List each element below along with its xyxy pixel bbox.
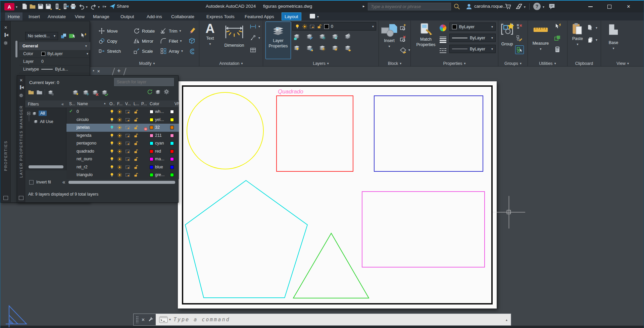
layer-row-8[interactable]: triangulo gre... <box>66 171 179 179</box>
layer-unlock-button[interactable] <box>331 44 339 51</box>
base-button[interactable]: Base ▾ <box>605 23 622 50</box>
file-tab-close-icon[interactable]: ✕ <box>97 69 100 74</box>
autodesk-menu-chevron-icon[interactable]: ▾ <box>524 5 526 9</box>
new-group-filter-icon[interactable] <box>36 89 43 95</box>
lock-icon[interactable] <box>134 125 139 130</box>
cut-button[interactable]: ▾ <box>587 25 597 31</box>
quick-select-palette-button[interactable] <box>80 33 87 39</box>
block-panel-label[interactable]: Block▾ <box>379 60 410 67</box>
move-button[interactable]: Move <box>98 28 118 34</box>
paste-button[interactable]: Paste ▾ <box>570 23 585 46</box>
autodesk-logo-icon[interactable] <box>516 3 523 10</box>
trim-button[interactable]: Trim▾ <box>160 28 181 34</box>
vp-color-swatch[interactable] <box>170 173 174 177</box>
command-input[interactable] <box>173 316 506 323</box>
properties-close-icon[interactable]: ✕ <box>4 26 7 30</box>
color-swatch[interactable] <box>150 141 153 145</box>
lock-icon[interactable] <box>134 165 139 170</box>
vp-color-swatch[interactable] <box>170 141 174 145</box>
copy-clip-button[interactable]: ▾ <box>587 37 597 43</box>
on-icon[interactable] <box>109 157 114 162</box>
refresh-icon[interactable] <box>147 89 153 95</box>
quadrado-label[interactable]: Quadrado <box>278 88 303 95</box>
layer-properties-button[interactable]: Layer Properties <box>265 22 291 59</box>
user-avatar-icon[interactable] <box>465 3 473 10</box>
tab-output[interactable]: Output <box>118 12 137 20</box>
lock-icon[interactable] <box>134 109 139 114</box>
lock-icon[interactable] <box>134 141 139 146</box>
layer-on-icon[interactable] <box>295 24 300 29</box>
undo-chevron-icon[interactable]: ▾ <box>86 5 88 9</box>
scale-button[interactable]: Scale <box>133 48 153 54</box>
workspace-chevron-icon[interactable]: ▾ <box>317 15 319 18</box>
app-menu-chevron-icon[interactable]: ▾ <box>16 5 17 9</box>
vp-color-swatch[interactable] <box>170 165 174 169</box>
properties-palette-title[interactable]: PROPERTIES <box>4 140 8 171</box>
group-button[interactable]: Group <box>500 23 514 47</box>
magenta-rectangle-shape[interactable] <box>362 192 485 267</box>
redo-icon[interactable] <box>90 3 97 10</box>
close-button[interactable]: ✕ <box>621 1 636 12</box>
vp-freeze-icon[interactable] <box>125 165 130 170</box>
color-swatch[interactable] <box>150 118 153 122</box>
recent-commands-chevron-icon[interactable]: ▾ <box>169 318 171 321</box>
user-menu-chevron-icon[interactable]: ▾ <box>500 5 502 9</box>
filters-scrollbar[interactable] <box>29 165 63 168</box>
tab-manage[interactable]: Manage <box>90 12 112 20</box>
layer-unlock-icon[interactable] <box>317 24 322 29</box>
edit-block-button[interactable] <box>400 35 406 42</box>
set-current-layer-icon[interactable] <box>101 89 108 96</box>
linetype-icon[interactable] <box>439 47 447 55</box>
user-name[interactable]: carolina.roque... <box>474 4 507 9</box>
square-shape[interactable] <box>277 96 353 171</box>
layer-search-input[interactable] <box>114 80 173 84</box>
lock-icon[interactable] <box>134 117 139 122</box>
measure-button[interactable]: Measure ▾ <box>531 24 551 51</box>
color-swatch[interactable] <box>150 134 153 137</box>
layer-search-box[interactable] <box>114 78 174 86</box>
open-folder-icon[interactable] <box>29 3 36 10</box>
quick-calc-button[interactable] <box>554 35 561 41</box>
maximize-button[interactable] <box>602 1 617 12</box>
categories-scrollbar[interactable] <box>15 41 17 57</box>
layer-row-2-selected[interactable]: janelas 32 <box>66 124 179 132</box>
feedback-chat-icon[interactable] <box>548 3 555 10</box>
command-bar-grip[interactable]: ✕ <box>134 314 156 325</box>
vp-freeze-icon[interactable] <box>125 117 130 122</box>
vp-color-swatch[interactable] <box>170 134 174 137</box>
share-label[interactable]: Share <box>117 4 129 9</box>
plot-icon[interactable] <box>141 149 146 154</box>
blue-rectangle-shape[interactable] <box>374 96 483 171</box>
layer-row-0[interactable]: ✓ 0 wh... <box>66 108 179 116</box>
new-property-filter-icon[interactable] <box>28 89 34 95</box>
color-wheel-icon[interactable] <box>439 24 447 32</box>
app-menu-button[interactable]: A <box>4 3 14 10</box>
mirror-button[interactable]: Mirror <box>133 38 153 44</box>
minimize-button[interactable] <box>583 1 598 12</box>
color-swatch[interactable] <box>150 126 153 129</box>
filters-collapse-icon[interactable]: « <box>61 102 64 107</box>
array-button[interactable]: Array▾ <box>160 48 183 54</box>
off-icon[interactable] <box>109 125 114 130</box>
layer-row-7[interactable]: ret_r2 blue <box>66 163 179 171</box>
layer-manager-settings-icon[interactable] <box>19 93 23 98</box>
open-from-mobile-icon[interactable] <box>62 3 68 10</box>
tab-layout[interactable]: Layout <box>282 12 301 20</box>
layer-list-scrollbar[interactable] <box>68 181 175 184</box>
freeze-icon[interactable] <box>117 149 122 154</box>
on-icon[interactable] <box>109 165 114 170</box>
offset-button[interactable] <box>188 48 196 55</box>
properties-panel-label[interactable]: Properties▾ <box>411 60 498 67</box>
vp-color-swatch[interactable] <box>170 157 174 161</box>
new-file-icon[interactable] <box>21 3 28 10</box>
command-expand-icon[interactable]: ▴ <box>506 318 507 322</box>
command-close-icon[interactable]: ✕ <box>141 317 145 322</box>
toggle-pickadd-button[interactable] <box>60 33 67 39</box>
layer-row-3[interactable]: legenda 211 <box>66 132 179 140</box>
freeze-icon[interactable] <box>117 157 122 162</box>
command-bar[interactable]: ✕ ▾ ▴ <box>133 314 511 326</box>
invert-filter-control[interactable]: Invert fil « <box>29 179 65 185</box>
save-to-mobile-icon[interactable] <box>54 3 60 10</box>
on-icon[interactable] <box>109 172 114 177</box>
save-as-icon[interactable] <box>45 3 52 10</box>
